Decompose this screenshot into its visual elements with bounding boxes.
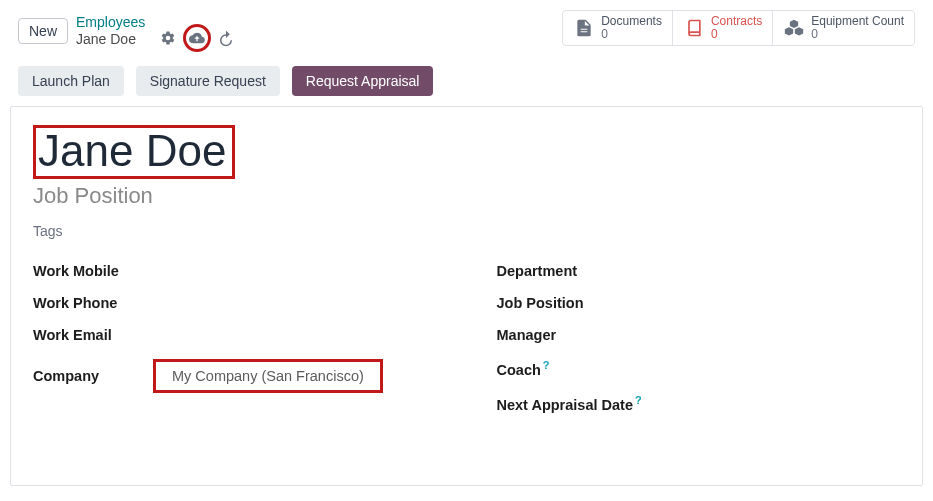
breadcrumb-current: Jane Doe — [76, 31, 145, 48]
work-email-row: Work Email — [33, 319, 437, 351]
equipment-stat-text: Equipment Count 0 — [811, 15, 904, 41]
employee-name-field[interactable]: Jane Doe — [38, 128, 226, 174]
contracts-stat[interactable]: Contracts 0 — [672, 10, 773, 46]
stat-buttons: Documents 0 Contracts 0 Equipment Count … — [562, 10, 915, 46]
work-mobile-label: Work Mobile — [33, 263, 153, 279]
work-mobile-row: Work Mobile — [33, 255, 437, 287]
cubes-icon — [783, 17, 805, 39]
contracts-value: 0 — [711, 28, 762, 41]
help-icon[interactable]: ? — [543, 359, 550, 371]
coach-label: Coach? — [497, 359, 550, 378]
department-row: Department — [497, 255, 901, 287]
form-col-right: Department Job Position Manager Coach? N… — [497, 255, 901, 421]
equipment-label: Equipment Count — [811, 15, 904, 28]
manager-label: Manager — [497, 327, 557, 343]
breadcrumb-root[interactable]: Employees — [76, 14, 145, 31]
coach-row: Coach? — [497, 351, 901, 386]
document-icon — [573, 17, 595, 39]
new-button[interactable]: New — [18, 18, 68, 44]
work-email-label: Work Email — [33, 327, 153, 343]
company-value-highlight[interactable]: My Company (San Francisco) — [153, 359, 383, 393]
job-position-row: Job Position — [497, 287, 901, 319]
top-left-group: New Employees Jane Doe — [18, 10, 235, 52]
coach-label-text: Coach — [497, 362, 541, 378]
top-bar: New Employees Jane Doe Documents 0 — [0, 0, 933, 60]
cloud-save-icon[interactable] — [183, 24, 211, 52]
department-label: Department — [497, 263, 578, 279]
equipment-stat[interactable]: Equipment Count 0 — [772, 10, 915, 46]
documents-value: 0 — [601, 28, 662, 41]
next-appraisal-row: Next Appraisal Date? — [497, 386, 901, 421]
work-phone-row: Work Phone — [33, 287, 437, 319]
breadcrumb: Employees Jane Doe — [76, 14, 145, 48]
documents-stat-text: Documents 0 — [601, 15, 662, 41]
job-position-placeholder[interactable]: Job Position — [33, 183, 900, 209]
documents-label: Documents — [601, 15, 662, 28]
header-action-icons — [159, 24, 235, 52]
tags-field[interactable]: Tags — [33, 223, 900, 239]
form-columns: Work Mobile Work Phone Work Email Compan… — [33, 255, 900, 421]
action-button-row: Launch Plan Signature Request Request Ap… — [0, 60, 933, 106]
form-col-left: Work Mobile Work Phone Work Email Compan… — [33, 255, 437, 421]
employee-name-highlight: Jane Doe — [33, 125, 235, 179]
company-row: Company My Company (San Francisco) — [33, 351, 437, 401]
request-appraisal-button[interactable]: Request Appraisal — [292, 66, 434, 96]
work-phone-label: Work Phone — [33, 295, 153, 311]
next-appraisal-label-text: Next Appraisal Date — [497, 397, 633, 413]
launch-plan-button[interactable]: Launch Plan — [18, 66, 124, 96]
equipment-value: 0 — [811, 28, 904, 41]
next-appraisal-label: Next Appraisal Date? — [497, 394, 642, 413]
help-icon[interactable]: ? — [635, 394, 642, 406]
company-label: Company — [33, 368, 153, 384]
signature-request-button[interactable]: Signature Request — [136, 66, 280, 96]
documents-stat[interactable]: Documents 0 — [562, 10, 673, 46]
contracts-stat-text: Contracts 0 — [711, 15, 762, 41]
discard-icon[interactable] — [217, 29, 235, 47]
job-position-label: Job Position — [497, 295, 584, 311]
gear-icon[interactable] — [159, 29, 177, 47]
contracts-label: Contracts — [711, 15, 762, 28]
form-sheet: Jane Doe Job Position Tags Work Mobile W… — [10, 106, 923, 486]
book-icon — [683, 17, 705, 39]
manager-row: Manager — [497, 319, 901, 351]
